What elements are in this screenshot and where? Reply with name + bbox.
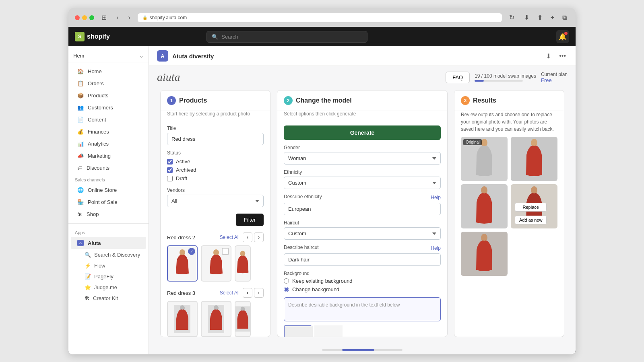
result-actions-popup: Replace Add as new [513, 201, 548, 226]
result-2[interactable] [511, 137, 557, 181]
forward-btn[interactable]: › [126, 13, 132, 22]
product-thumb-2-2[interactable] [201, 301, 231, 337]
store-name: Hem [73, 53, 84, 59]
product-group-1-name: Red dress 2 [167, 234, 195, 241]
describe-haircut-label: Describe haircut [284, 245, 319, 250]
generate-btn[interactable]: Generate [284, 125, 441, 140]
sidebar-item-shop[interactable]: 🛍 Shop [71, 208, 146, 220]
download-btn[interactable]: ⬇ [522, 13, 532, 22]
product-thumb-2-3[interactable] [235, 301, 251, 337]
sidebar-item-flow[interactable]: ⚡ Flow [68, 260, 149, 271]
gender-select[interactable]: Woman Man [284, 152, 441, 165]
new-tab-btn[interactable]: + [548, 13, 557, 22]
title-label: Title [167, 125, 264, 131]
prev-btn-2[interactable]: ‹ [243, 288, 252, 298]
more-options-btn[interactable]: ••• [557, 51, 568, 61]
sidebar-item-judge[interactable]: ⭐ Judge.me [68, 282, 149, 293]
vendors-select[interactable]: All [167, 195, 264, 207]
status-draft-checkbox[interactable] [167, 176, 173, 181]
describe-ethnicity-help[interactable]: Help [431, 195, 441, 200]
title-input[interactable] [167, 133, 264, 145]
lock-icon: 🔒 [142, 15, 147, 20]
step1-badge: 1 [167, 96, 176, 105]
back-btn[interactable]: ‹ [114, 13, 121, 22]
results-panel: 3 Results Review outputs and choose one … [454, 90, 564, 337]
sidebar-item-marketing[interactable]: 📣 Marketing [71, 150, 146, 162]
result-3[interactable] [461, 184, 508, 228]
sidebar-item-aiuta[interactable]: A Aiuta [71, 237, 146, 249]
store-selector[interactable]: Hem ⌄ [68, 49, 149, 62]
svg-point-0 [180, 249, 185, 256]
download-icon[interactable]: ⬇ [544, 51, 553, 62]
sidebar-item-finances[interactable]: 💰 Finances [71, 126, 146, 138]
shop-icon: 🛍 [77, 211, 83, 217]
filter-btn[interactable]: Filter [236, 214, 264, 226]
product-thumb-1-2[interactable] [201, 245, 231, 282]
bg-change-label: Change background [292, 286, 339, 292]
panel2-title: Change the model [296, 97, 352, 104]
next-btn-1[interactable]: › [254, 232, 264, 242]
status-archived-checkbox[interactable] [167, 167, 173, 173]
sidebar-item-home[interactable]: 🏠 Home [71, 66, 146, 77]
bg-thumb-1[interactable]: bg1 [284, 325, 312, 337]
select-all-1-btn[interactable]: Select All [220, 234, 239, 240]
add-new-btn[interactable]: Add as new [515, 216, 547, 224]
bg-thumb-2[interactable]: bg2 [314, 325, 343, 337]
sidebar-item-creator-kit[interactable]: 🛠 Creator Kit [68, 293, 149, 304]
url-display: shopify.aiuta.com [150, 15, 187, 21]
bg-keep-radio[interactable] [284, 278, 289, 284]
search-icon: 🔍 [212, 34, 218, 40]
apps-label: Apps [68, 227, 149, 237]
sidebar-item-customers[interactable]: 👥 Customers [71, 102, 146, 113]
result-4[interactable]: Replace Add as new [511, 184, 557, 228]
tabs-btn[interactable]: ⧉ [560, 13, 569, 22]
product-group-2: Red dress 3 Select All ‹ › [167, 288, 264, 337]
bg-describe-box[interactable]: Describe desirable background in the tex… [284, 297, 441, 321]
haircut-label: Haircut [284, 220, 441, 226]
online-store-icon: 🌐 [77, 187, 84, 193]
product-thumb-2-1[interactable] [167, 301, 198, 337]
sidebar-item-pos[interactable]: 🏪 Point of Sale [71, 196, 146, 208]
pos-icon: 🏪 [77, 199, 84, 205]
sidebar-item-orders[interactable]: 📋 Orders [71, 78, 146, 89]
products-panel: 1 Products Start here by selecting a pro… [160, 90, 270, 337]
plan-label: Current plan [541, 72, 568, 77]
status-active-checkbox[interactable] [167, 159, 173, 165]
product-group-1: Red dress 2 Select All ‹ › [167, 232, 264, 282]
product-thumb-1-3[interactable] [235, 245, 251, 282]
notification-btn[interactable]: 🔔 [556, 30, 569, 43]
sidebar-item-pagefly[interactable]: 📝 PageFly [68, 271, 149, 282]
svg-rect-9 [285, 326, 313, 337]
next-btn-2[interactable]: › [254, 288, 264, 298]
bg-change-radio[interactable] [284, 287, 289, 292]
faq-btn[interactable]: FAQ [446, 72, 470, 83]
sidebar-item-online-store[interactable]: 🌐 Online Store [71, 184, 146, 196]
product-thumb-1-1[interactable]: ✓ [167, 245, 198, 282]
share-btn[interactable]: ⬆ [535, 13, 545, 22]
describe-ethnicity-label: Describe ethnicity [284, 194, 322, 200]
content-icon: 📄 [77, 117, 84, 123]
home-icon: 🏠 [77, 68, 84, 74]
result-original[interactable]: Original [461, 137, 508, 181]
aiuta-logo: aiuta [157, 71, 180, 84]
reload-btn[interactable]: ↻ [507, 13, 517, 22]
window-tile-btn[interactable]: ⊞ [99, 13, 109, 22]
select-all-2-btn[interactable]: Select All [220, 290, 239, 296]
describe-haircut-input[interactable] [284, 253, 441, 266]
sidebar-item-discounts[interactable]: 🏷 Discounts [71, 162, 146, 174]
shopify-search[interactable]: 🔍 Search [206, 31, 367, 43]
prev-btn-1[interactable]: ‹ [243, 232, 252, 242]
haircut-select[interactable]: Custom Short Long Curly [284, 227, 441, 240]
replace-btn[interactable]: Replace [515, 203, 547, 212]
model-panel: 2 Change the model Select options then c… [277, 90, 448, 337]
sidebar-item-content[interactable]: 📄 Content [71, 114, 146, 125]
gender-label: Gender [284, 145, 441, 150]
result-5[interactable] [461, 232, 508, 276]
sidebar-item-products[interactable]: 📦 Products [71, 90, 146, 101]
notification-badge [564, 32, 568, 35]
describe-ethnicity-input[interactable] [284, 203, 441, 215]
describe-haircut-help[interactable]: Help [431, 245, 441, 251]
ethnicity-select[interactable]: Custom European Asian African [284, 177, 441, 189]
sidebar-item-search-discovery[interactable]: 🔍 Search & Discovery [68, 249, 149, 260]
sidebar-item-analytics[interactable]: 📊 Analytics [71, 138, 146, 150]
